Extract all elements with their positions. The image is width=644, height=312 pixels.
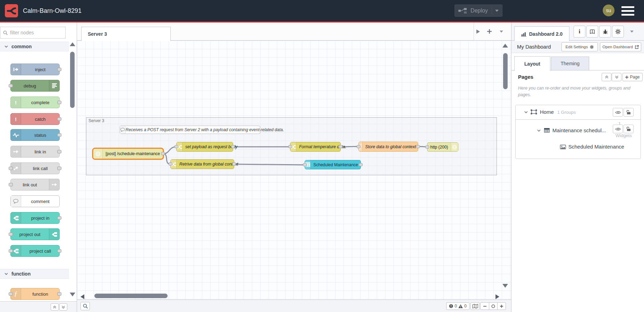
node-port[interactable] bbox=[359, 163, 363, 166]
project-logo-icon bbox=[11, 212, 21, 224]
add-page-button[interactable]: Page bbox=[622, 73, 643, 81]
pages-help-text: Here you can re-order and move your widg… bbox=[518, 85, 635, 99]
palette-node-label: link call bbox=[21, 163, 59, 174]
node-port[interactable] bbox=[303, 163, 307, 166]
open-dashboard-button[interactable]: Open Dashboard bbox=[600, 42, 641, 51]
move-page-up-button[interactable] bbox=[602, 73, 611, 81]
eye-icon bbox=[615, 127, 621, 131]
sidebar-tabs-caret-icon[interactable] bbox=[630, 31, 634, 33]
node-port bbox=[57, 292, 61, 296]
help-tab-button[interactable] bbox=[586, 26, 598, 37]
palette-category-common[interactable]: common bbox=[0, 42, 69, 51]
workspace-canvas[interactable]: Server 3 Server 3 Receives a POST reques… bbox=[77, 23, 511, 312]
node-port bbox=[57, 249, 61, 253]
node-red-logo bbox=[5, 4, 18, 17]
info-tab-button[interactable]: i bbox=[574, 26, 585, 37]
chevron-down-icon[interactable] bbox=[537, 129, 541, 132]
chevron-down-icon bbox=[5, 273, 8, 275]
node-port[interactable] bbox=[232, 162, 236, 166]
palette-node-link-out[interactable]: link out bbox=[10, 179, 60, 191]
double-chevron-up-icon bbox=[53, 305, 57, 309]
node-port[interactable] bbox=[339, 145, 342, 148]
palette-scroll-up[interactable] bbox=[70, 42, 75, 46]
tree-page-name[interactable]: Home bbox=[540, 109, 554, 115]
palette-node-project-call[interactable]: project call bbox=[10, 245, 60, 257]
wire bbox=[234, 164, 304, 165]
group-lock-button[interactable] bbox=[624, 125, 634, 133]
dashboard-subtabs: Layout Theming bbox=[511, 53, 644, 70]
tab-theming[interactable]: Theming bbox=[551, 57, 589, 70]
node-port[interactable] bbox=[416, 145, 420, 148]
palette-node-debug[interactable]: debug bbox=[10, 80, 60, 92]
palette-node-function[interactable]: ƒ function bbox=[10, 288, 60, 300]
globe-icon bbox=[451, 143, 458, 151]
flow-comment-node[interactable]: Receives a POST request from Server 2 wi… bbox=[120, 126, 260, 134]
palette-node-complete[interactable]: ! complete bbox=[10, 96, 60, 108]
node-port bbox=[9, 292, 13, 296]
debug-tab-button[interactable] bbox=[599, 26, 611, 37]
flow-node-label: Store data to global context bbox=[363, 142, 419, 151]
tree-group-name[interactable]: Maintenance schedul... bbox=[552, 127, 606, 133]
flow-node-http-in[interactable]: [post] /schedule-maintenance bbox=[93, 149, 163, 159]
page-visibility-button[interactable] bbox=[613, 108, 623, 117]
flow-node-label: Retrive data from global context bbox=[177, 160, 241, 169]
palette-scrollbar-thumb[interactable] bbox=[70, 52, 75, 108]
flow-node-scheduled-maintenance[interactable]: Scheduled Maintenance bbox=[305, 160, 361, 169]
deploy-caret-icon[interactable] bbox=[495, 10, 499, 12]
palette-scroll-down[interactable] bbox=[70, 293, 75, 296]
tab-dashboard-2[interactable]: Dashboard 2.0 bbox=[514, 26, 569, 41]
globe-icon bbox=[93, 149, 103, 159]
node-port[interactable] bbox=[425, 145, 429, 149]
flow-node-retrieve-data[interactable]: Retrive data from global context bbox=[170, 159, 234, 169]
flow-node-set-payload[interactable]: set payload as request body bbox=[176, 142, 233, 152]
palette-category-function[interactable]: function bbox=[0, 269, 69, 279]
node-port[interactable] bbox=[288, 145, 292, 148]
chevron-down-icon bbox=[5, 45, 8, 48]
palette-footer bbox=[0, 301, 77, 312]
flow-node-http-response[interactable]: http (200) bbox=[427, 142, 458, 152]
palette-expand-all-button[interactable] bbox=[59, 303, 67, 311]
group-visibility-button[interactable] bbox=[613, 125, 623, 133]
info-icon: i bbox=[579, 28, 581, 35]
palette-node-label: status bbox=[21, 129, 59, 141]
node-port bbox=[57, 101, 61, 104]
node-port bbox=[57, 117, 61, 121]
flow-node-store-data[interactable]: ƒ Store data to global context bbox=[358, 142, 418, 152]
palette-filter-input[interactable] bbox=[10, 30, 55, 35]
palette-node-link-call[interactable]: link call bbox=[10, 162, 60, 174]
node-port[interactable] bbox=[175, 145, 178, 148]
chevron-down-icon[interactable] bbox=[524, 111, 528, 113]
main-menu-button[interactable] bbox=[621, 6, 634, 16]
user-avatar[interactable]: su bbox=[603, 5, 615, 16]
node-port[interactable] bbox=[231, 145, 235, 148]
tab-layout[interactable]: Layout bbox=[514, 56, 550, 71]
node-port[interactable] bbox=[357, 145, 361, 148]
edit-settings-label: Edit Settings bbox=[566, 45, 588, 49]
node-port bbox=[9, 84, 13, 87]
palette-node-project-in[interactable]: project in bbox=[10, 212, 60, 224]
palette-node-catch[interactable]: ! catch bbox=[10, 113, 60, 125]
status-pulse-icon bbox=[11, 129, 21, 141]
workspace-tab-server3[interactable]: Server 3 bbox=[81, 27, 171, 41]
palette-collapse-all-button[interactable] bbox=[51, 303, 59, 311]
flow-node-format-temperature[interactable]: Format temperature data. bbox=[290, 142, 341, 152]
tree-widget-name[interactable]: Scheduled Maintenance bbox=[568, 144, 624, 150]
config-tab-button[interactable] bbox=[612, 26, 624, 37]
node-port bbox=[57, 216, 61, 220]
flow-node-label: http (200) bbox=[427, 143, 451, 151]
palette-node-inject[interactable]: inject bbox=[10, 64, 60, 75]
palette-filter[interactable] bbox=[0, 27, 66, 39]
gear-icon bbox=[615, 29, 621, 34]
deploy-button[interactable]: Deploy bbox=[455, 5, 502, 17]
palette-node-project-out[interactable]: project out bbox=[10, 228, 60, 240]
palette-node-status[interactable]: status bbox=[10, 129, 60, 141]
comment-bubble-icon bbox=[11, 196, 21, 207]
edit-settings-button[interactable]: Edit Settings bbox=[561, 42, 598, 51]
deploy-icon bbox=[458, 8, 467, 14]
node-port[interactable] bbox=[161, 152, 165, 155]
move-page-down-button[interactable] bbox=[612, 73, 621, 81]
palette-node-link-in[interactable]: link in bbox=[10, 146, 60, 158]
palette-node-comment[interactable]: comment bbox=[10, 195, 60, 207]
node-port[interactable] bbox=[169, 162, 172, 166]
page-lock-button[interactable] bbox=[624, 108, 634, 117]
